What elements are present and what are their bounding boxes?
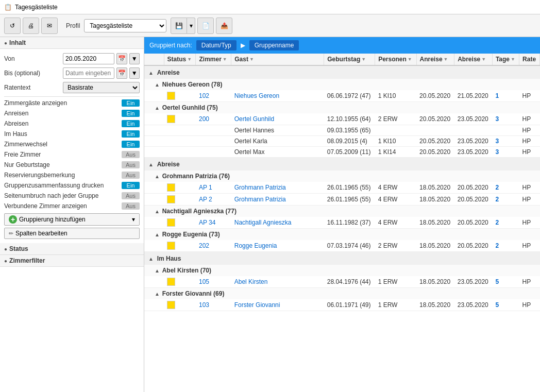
gruppen-name-button[interactable]: Gruppenname bbox=[249, 40, 299, 50]
group-expand-icon-0-0[interactable]: ▲ bbox=[155, 82, 161, 88]
toggle-btn-2[interactable]: Ein bbox=[122, 120, 140, 127]
toggle-btn-10[interactable]: Aus bbox=[122, 202, 140, 210]
print-button[interactable]: 🖨 bbox=[23, 18, 39, 34]
von-filter-button[interactable]: ▼ bbox=[129, 53, 140, 64]
anreise-filter-icon[interactable]: ▼ bbox=[444, 57, 448, 62]
toggle-btn-8[interactable]: Ein bbox=[122, 182, 140, 189]
columns-button[interactable]: ✏ Spalten bearbeiten bbox=[4, 228, 140, 239]
left-panel: ● Inhalt Von 📅 ▼ Bis (optional) bbox=[0, 37, 144, 392]
von-calendar-button[interactable]: 📅 bbox=[116, 53, 127, 64]
table-row[interactable]: AP 34Nachtigall Agnieszka16.11.1982 (37)… bbox=[144, 217, 540, 229]
copy-button[interactable]: 📄 bbox=[197, 18, 214, 34]
zimmer-link[interactable]: 103 bbox=[199, 301, 209, 309]
inhalt-content: Von 📅 ▼ Bis (optional) 📅 ▼ bbox=[0, 49, 144, 243]
gast-link[interactable]: Grohmann Patrizia bbox=[234, 196, 286, 203]
zimmer-link[interactable]: AP 34 bbox=[199, 219, 215, 226]
bis-calendar-button[interactable]: 📅 bbox=[116, 67, 127, 79]
toggle-btn-3[interactable]: Ein bbox=[122, 130, 140, 138]
row-rate: HP bbox=[519, 194, 540, 206]
th-zimmer: Zimmer ▼ bbox=[196, 54, 231, 65]
gast-link[interactable]: Niehues Gereon bbox=[234, 92, 279, 99]
table-row[interactable]: Oertel Max07.05.2009 (11)1 KI1420.05.202… bbox=[144, 147, 540, 158]
save-button[interactable]: 💾 bbox=[171, 18, 187, 34]
gast-link[interactable]: Forster Giovanni bbox=[234, 301, 280, 309]
row-rate: HP bbox=[519, 136, 540, 147]
gast-link[interactable]: Oertel Gunhild bbox=[234, 115, 274, 123]
status-section-header[interactable]: ● Status bbox=[0, 243, 144, 255]
toggle-btn-7[interactable]: Aus bbox=[122, 172, 140, 179]
toggle-btn-5[interactable]: Aus bbox=[122, 151, 140, 158]
toggle-btn-1[interactable]: Ein bbox=[122, 110, 140, 117]
gast-link[interactable]: Grohmann Patrizia bbox=[234, 184, 286, 191]
inhalt-section-header[interactable]: ● Inhalt bbox=[0, 37, 144, 49]
add-grouping-button[interactable]: + Gruppierung hinzufügen ▾ bbox=[4, 213, 140, 226]
datum-typ-button[interactable]: Datum/Typ bbox=[196, 40, 237, 50]
email-button[interactable]: ✉ bbox=[41, 18, 58, 34]
personen-filter-icon[interactable]: ▼ bbox=[408, 57, 412, 62]
toggle-btn-4[interactable]: Ein bbox=[122, 141, 140, 148]
row-personen: 2 ERW bbox=[375, 240, 416, 252]
group-expand-icon-0-1[interactable]: ▲ bbox=[155, 105, 161, 111]
toggle-btn-6[interactable]: Aus bbox=[122, 161, 140, 168]
ratentext-row: Ratentext Basisrate bbox=[4, 82, 140, 93]
table-row[interactable]: Oertel Karla08.09.2015 (4)1 KI1020.05.20… bbox=[144, 136, 540, 147]
title-bar-text: Tagesgästeliste bbox=[15, 4, 58, 11]
ratentext-select[interactable]: Basisrate bbox=[63, 82, 140, 93]
row-rate: HP bbox=[519, 147, 540, 158]
row-zimmer bbox=[196, 136, 231, 147]
tage-filter-icon[interactable]: ▼ bbox=[511, 57, 515, 62]
table-row[interactable]: 103Forster Giovanni06.01.1971 (49)1 ERW1… bbox=[144, 299, 540, 311]
table-row[interactable]: AP 2Grohmann Patrizia26.01.1965 (55)4 ER… bbox=[144, 194, 540, 206]
row-rate: HP bbox=[519, 217, 540, 229]
row-anreise: 20.05.2020 bbox=[416, 147, 454, 158]
group-expand-icon-1-2[interactable]: ▲ bbox=[155, 232, 161, 237]
title-bar-icon: 📋 bbox=[4, 4, 12, 11]
bis-filter-button[interactable]: ▼ bbox=[129, 67, 140, 79]
von-input[interactable] bbox=[63, 53, 114, 64]
zimmer-link[interactable]: 102 bbox=[199, 92, 209, 99]
refresh-button[interactable]: ↺ bbox=[4, 18, 21, 34]
table-row[interactable]: AP 1Grohmann Patrizia26.01.1965 (55)4 ER… bbox=[144, 182, 540, 194]
group-expand-icon-1-0[interactable]: ▲ bbox=[155, 174, 161, 179]
section-expand-icon-1[interactable]: ▲ bbox=[148, 162, 155, 167]
group-expand-icon-2-0[interactable]: ▲ bbox=[155, 268, 161, 274]
zimmer-link[interactable]: AP 2 bbox=[199, 196, 212, 203]
section-expand-icon-0[interactable]: ▲ bbox=[148, 70, 155, 76]
bis-input[interactable] bbox=[63, 67, 114, 79]
zimmer-link[interactable]: 202 bbox=[199, 242, 209, 249]
table-row[interactable]: 105Abel Kirsten28.04.1976 (44)1 ERW18.05… bbox=[144, 276, 540, 288]
th-rate: Rate bbox=[519, 54, 540, 65]
tage-value: 2 bbox=[495, 242, 499, 249]
group-row-1-2: ▲ Rogge Eugenia (73) bbox=[144, 229, 540, 241]
table-row[interactable]: Oertel Hannes09.03.1955 (65)HP bbox=[144, 125, 540, 136]
toggle-btn-0[interactable]: Ein bbox=[122, 99, 140, 107]
chevron-down-icon: ▾ bbox=[190, 22, 193, 29]
row-geburtstag: 26.01.1965 (55) bbox=[324, 182, 375, 194]
zimmer-filter-icon[interactable]: ▼ bbox=[223, 57, 227, 62]
zimmer-link[interactable]: 105 bbox=[199, 278, 209, 285]
gast-link[interactable]: Abel Kirsten bbox=[234, 278, 268, 285]
section-expand-icon-2[interactable]: ▲ bbox=[148, 256, 155, 262]
profil-select[interactable]: Tagesgästeliste bbox=[84, 19, 166, 32]
abreise-filter-icon[interactable]: ▼ bbox=[481, 57, 486, 62]
group-expand-icon-2-1[interactable]: ▲ bbox=[155, 291, 161, 297]
zimmer-link[interactable]: AP 1 bbox=[199, 184, 212, 191]
export-button[interactable]: 📤 bbox=[216, 18, 232, 34]
zimmerfilter-section-header[interactable]: ● Zimmerfilter bbox=[0, 255, 144, 267]
tage-value: 1 bbox=[495, 92, 499, 99]
gast-link[interactable]: Nachtigall Agnieszka bbox=[234, 219, 292, 226]
group-expand-icon-1-1[interactable]: ▲ bbox=[155, 209, 161, 214]
table-row[interactable]: 200Oertel Gunhild12.10.1955 (64)2 ERW20.… bbox=[144, 113, 540, 125]
toggle-btn-9[interactable]: Aus bbox=[122, 192, 140, 199]
gast-filter-icon[interactable]: ▼ bbox=[249, 57, 254, 62]
table-row[interactable]: 102Niehues Gereon06.06.1972 (47)1 KI1020… bbox=[144, 90, 540, 102]
save-dropdown-button[interactable]: ▾ bbox=[187, 18, 195, 34]
status-filter-icon[interactable]: ▼ bbox=[187, 57, 192, 62]
zimmer-link[interactable]: 200 bbox=[199, 115, 209, 123]
geburtstag-filter-icon[interactable]: ▼ bbox=[361, 57, 366, 62]
save-btn-group: 💾 ▾ bbox=[171, 18, 195, 34]
table-row[interactable]: 202Rogge Eugenia07.03.1974 (46)2 ERW18.0… bbox=[144, 240, 540, 252]
row-indicator bbox=[144, 113, 164, 125]
th-abreise: Abreise ▼ bbox=[454, 54, 493, 65]
gast-link[interactable]: Rogge Eugenia bbox=[234, 242, 277, 249]
